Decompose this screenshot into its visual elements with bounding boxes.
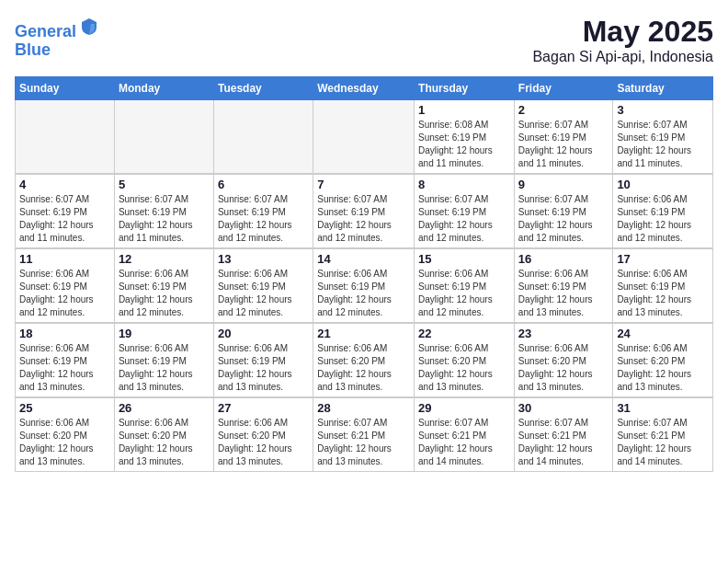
header-wednesday: Wednesday [313, 77, 415, 100]
calendar-day-cell: 21Sunrise: 6:06 AM Sunset: 6:20 PM Dayli… [313, 324, 415, 397]
header-thursday: Thursday [415, 77, 515, 100]
calendar-day-cell: 7Sunrise: 6:07 AM Sunset: 6:19 PM Daylig… [313, 175, 415, 248]
day-number: 22 [418, 327, 510, 340]
day-number: 6 [218, 178, 309, 191]
calendar-day-cell: 15Sunrise: 6:06 AM Sunset: 6:19 PM Dayli… [415, 249, 515, 323]
day-info: Sunrise: 6:06 AM Sunset: 6:19 PM Dayligh… [119, 268, 210, 319]
calendar-day-cell [313, 100, 415, 174]
day-info: Sunrise: 6:06 AM Sunset: 6:20 PM Dayligh… [518, 342, 609, 394]
day-number: 31 [617, 401, 709, 415]
day-info: Sunrise: 6:07 AM Sunset: 6:19 PM Dayligh… [19, 193, 110, 245]
day-number: 7 [317, 178, 410, 191]
header-tuesday: Tuesday [213, 77, 313, 100]
day-number: 28 [317, 401, 410, 415]
day-info: Sunrise: 6:06 AM Sunset: 6:20 PM Dayligh… [19, 417, 110, 468]
calendar-day-cell: 5Sunrise: 6:07 AM Sunset: 6:19 PM Daylig… [114, 175, 213, 248]
day-number: 16 [518, 252, 609, 266]
day-number: 14 [317, 252, 410, 266]
header-monday: Monday [114, 77, 213, 100]
day-info: Sunrise: 6:07 AM Sunset: 6:21 PM Dayligh… [418, 417, 510, 468]
calendar-day-cell: 27Sunrise: 6:06 AM Sunset: 6:20 PM Dayli… [213, 398, 313, 472]
calendar-day-cell: 17Sunrise: 6:06 AM Sunset: 6:19 PM Dayli… [613, 249, 713, 323]
day-info: Sunrise: 6:06 AM Sunset: 6:19 PM Dayligh… [617, 193, 709, 245]
logo-icon [78, 15, 100, 37]
day-info: Sunrise: 6:06 AM Sunset: 6:19 PM Dayligh… [418, 268, 510, 319]
logo-blue: Blue [15, 41, 100, 60]
calendar-day-cell [213, 100, 313, 174]
day-info: Sunrise: 6:07 AM Sunset: 6:21 PM Dayligh… [317, 417, 410, 468]
calendar-day-cell: 2Sunrise: 6:07 AM Sunset: 6:19 PM Daylig… [514, 100, 613, 174]
day-info: Sunrise: 6:06 AM Sunset: 6:19 PM Dayligh… [19, 268, 110, 319]
calendar-day-cell: 13Sunrise: 6:06 AM Sunset: 6:19 PM Dayli… [213, 249, 313, 323]
day-info: Sunrise: 6:06 AM Sunset: 6:20 PM Dayligh… [418, 342, 510, 394]
day-number: 8 [418, 178, 510, 191]
day-number: 11 [19, 252, 110, 266]
calendar-day-cell: 22Sunrise: 6:06 AM Sunset: 6:20 PM Dayli… [415, 324, 515, 397]
title-block: May 2025 Bagan Si Api-api, Indonesia [532, 15, 713, 65]
calendar-day-cell: 16Sunrise: 6:06 AM Sunset: 6:19 PM Dayli… [514, 249, 613, 323]
day-number: 3 [617, 103, 709, 117]
calendar-week-row: 11Sunrise: 6:06 AM Sunset: 6:19 PM Dayli… [16, 249, 713, 323]
day-number: 9 [518, 178, 609, 191]
calendar-day-cell: 1Sunrise: 6:08 AM Sunset: 6:19 PM Daylig… [415, 100, 515, 174]
day-number: 25 [19, 401, 110, 415]
header-saturday: Saturday [613, 77, 713, 100]
calendar-day-cell: 24Sunrise: 6:06 AM Sunset: 6:20 PM Dayli… [613, 324, 713, 397]
day-info: Sunrise: 6:07 AM Sunset: 6:19 PM Dayligh… [218, 193, 309, 245]
page-header: General Blue May 2025 Bagan Si Api-api, … [15, 15, 713, 65]
calendar-day-cell: 23Sunrise: 6:06 AM Sunset: 6:20 PM Dayli… [514, 324, 613, 397]
day-number: 4 [19, 178, 110, 191]
calendar-day-cell: 30Sunrise: 6:07 AM Sunset: 6:21 PM Dayli… [514, 398, 613, 472]
month-title: May 2025 [532, 15, 713, 49]
day-info: Sunrise: 6:06 AM Sunset: 6:20 PM Dayligh… [617, 342, 709, 394]
day-info: Sunrise: 6:06 AM Sunset: 6:19 PM Dayligh… [218, 268, 309, 319]
day-number: 12 [119, 252, 210, 266]
calendar-day-cell: 11Sunrise: 6:06 AM Sunset: 6:19 PM Dayli… [16, 249, 115, 323]
calendar-day-cell [114, 100, 213, 174]
location-title: Bagan Si Api-api, Indonesia [532, 49, 713, 65]
day-number: 2 [518, 103, 609, 117]
calendar-day-cell [16, 100, 115, 174]
day-info: Sunrise: 6:07 AM Sunset: 6:19 PM Dayligh… [119, 193, 210, 245]
day-info: Sunrise: 6:06 AM Sunset: 6:19 PM Dayligh… [518, 268, 609, 319]
day-info: Sunrise: 6:06 AM Sunset: 6:20 PM Dayligh… [218, 417, 309, 468]
calendar-day-cell: 3Sunrise: 6:07 AM Sunset: 6:19 PM Daylig… [613, 100, 713, 174]
calendar-day-cell: 14Sunrise: 6:06 AM Sunset: 6:19 PM Dayli… [313, 249, 415, 323]
calendar-day-cell: 12Sunrise: 6:06 AM Sunset: 6:19 PM Dayli… [114, 249, 213, 323]
day-info: Sunrise: 6:06 AM Sunset: 6:20 PM Dayligh… [119, 417, 210, 468]
day-info: Sunrise: 6:07 AM Sunset: 6:21 PM Dayligh… [617, 417, 709, 468]
day-number: 24 [617, 327, 709, 340]
day-number: 20 [218, 327, 309, 340]
day-number: 19 [119, 327, 210, 340]
calendar-day-cell: 19Sunrise: 6:06 AM Sunset: 6:19 PM Dayli… [114, 324, 213, 397]
calendar-day-cell: 26Sunrise: 6:06 AM Sunset: 6:20 PM Dayli… [114, 398, 213, 472]
day-number: 17 [617, 252, 709, 266]
header-friday: Friday [514, 77, 613, 100]
day-number: 23 [518, 327, 609, 340]
day-number: 26 [119, 401, 210, 415]
day-number: 27 [218, 401, 309, 415]
calendar-day-cell: 9Sunrise: 6:07 AM Sunset: 6:19 PM Daylig… [514, 175, 613, 248]
calendar-day-cell: 4Sunrise: 6:07 AM Sunset: 6:19 PM Daylig… [16, 175, 115, 248]
calendar-day-cell: 31Sunrise: 6:07 AM Sunset: 6:21 PM Dayli… [613, 398, 713, 472]
day-number: 18 [19, 327, 110, 340]
calendar-day-cell: 8Sunrise: 6:07 AM Sunset: 6:19 PM Daylig… [415, 175, 515, 248]
day-info: Sunrise: 6:07 AM Sunset: 6:19 PM Dayligh… [518, 119, 609, 170]
day-info: Sunrise: 6:07 AM Sunset: 6:19 PM Dayligh… [617, 119, 709, 170]
day-info: Sunrise: 6:06 AM Sunset: 6:19 PM Dayligh… [218, 342, 309, 394]
calendar-week-row: 18Sunrise: 6:06 AM Sunset: 6:19 PM Dayli… [16, 324, 713, 397]
header-sunday: Sunday [16, 77, 115, 100]
calendar-week-row: 1Sunrise: 6:08 AM Sunset: 6:19 PM Daylig… [16, 100, 713, 174]
calendar-day-cell: 10Sunrise: 6:06 AM Sunset: 6:19 PM Dayli… [613, 175, 713, 248]
day-info: Sunrise: 6:06 AM Sunset: 6:19 PM Dayligh… [19, 342, 110, 394]
day-number: 13 [218, 252, 309, 266]
day-number: 15 [418, 252, 510, 266]
logo: General Blue [15, 15, 100, 60]
calendar-day-cell: 18Sunrise: 6:06 AM Sunset: 6:19 PM Dayli… [16, 324, 115, 397]
day-number: 30 [518, 401, 609, 415]
day-number: 5 [119, 178, 210, 191]
calendar-week-row: 4Sunrise: 6:07 AM Sunset: 6:19 PM Daylig… [16, 175, 713, 248]
calendar-day-cell: 28Sunrise: 6:07 AM Sunset: 6:21 PM Dayli… [313, 398, 415, 472]
day-number: 1 [418, 103, 510, 117]
day-info: Sunrise: 6:07 AM Sunset: 6:21 PM Dayligh… [518, 417, 609, 468]
